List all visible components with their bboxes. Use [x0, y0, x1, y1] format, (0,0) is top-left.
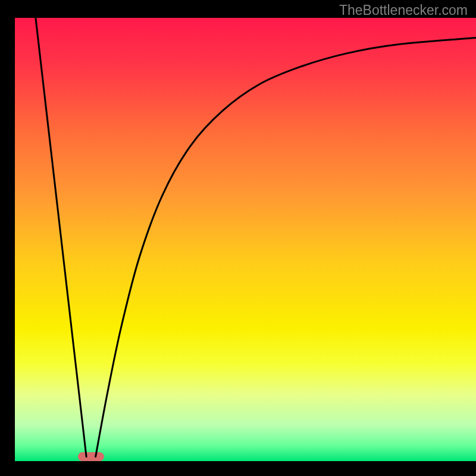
chart-svg [0, 0, 476, 476]
optimal-marker [78, 452, 104, 461]
chart-container: TheBottlenecker.com [0, 0, 476, 476]
gradient-background [15, 18, 476, 461]
